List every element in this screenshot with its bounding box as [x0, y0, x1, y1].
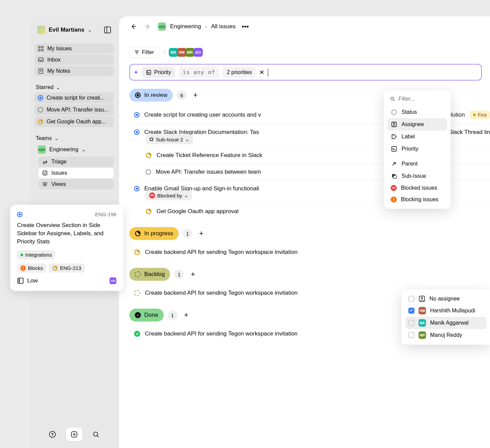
dropdown-item-label[interactable]: Label [387, 131, 447, 143]
status-backlog-icon [135, 271, 141, 277]
checkbox[interactable] [408, 296, 414, 302]
dropdown-item-parent[interactable]: Parent [387, 158, 447, 170]
priority-indicator[interactable]: Low [17, 277, 38, 284]
sidebar-section-starred[interactable]: Starred ⌄ [34, 82, 114, 92]
dropdown-search[interactable] [387, 94, 447, 104]
priority-icon [391, 145, 397, 152]
create-button[interactable] [66, 428, 82, 441]
filter-button[interactable]: Filter [129, 47, 159, 58]
status-progress-icon [38, 119, 43, 124]
add-issue-button[interactable]: + [191, 91, 200, 100]
blocked-by-chip[interactable]: Blocked by ⌄ [146, 191, 192, 200]
sidebar-toggle-icon[interactable] [104, 27, 111, 33]
sidebar-item-issues[interactable]: Issues [38, 168, 114, 178]
priority-low-icon [17, 277, 24, 284]
assignee-avatar[interactable]: AO [110, 277, 116, 284]
filter-value-chip[interactable]: 2 priorities [223, 67, 256, 78]
starred-item[interactable]: Get Google Oauth app... [34, 116, 114, 127]
assignee-name: Manik Aggarwal [430, 320, 469, 326]
dropdown-label: Priority [402, 146, 419, 152]
sidebar-item-triage[interactable]: ⇄ Triage [38, 157, 114, 167]
priority-label: Low [27, 277, 38, 284]
active-filter-bar: ✦ Priority is any of 2 priorities ✕ [129, 64, 482, 81]
dropdown-item-priority[interactable]: Priority [387, 143, 447, 155]
checkbox[interactable] [408, 320, 414, 326]
assignee-option[interactable]: HM Harshith Mullapudi [406, 305, 487, 317]
group-header-inprogress[interactable]: In progress [129, 227, 179, 240]
dropdown-label: Assignee [402, 121, 424, 127]
dropdown-item-subissue[interactable]: Sub-Issue [387, 170, 447, 182]
back-button[interactable] [129, 22, 137, 31]
dropdown-item-blocking[interactable]: ! Blocking issues [387, 194, 447, 205]
section-label: Teams [36, 135, 52, 141]
workspace-logo [37, 26, 45, 34]
add-issue-button[interactable]: + [181, 311, 191, 320]
dropdown-search-input[interactable] [398, 96, 444, 102]
help-button[interactable]: ? [44, 428, 61, 441]
label-pill[interactable]: Integrations [17, 250, 55, 259]
blocks-chip[interactable]: ! Blocks [17, 263, 46, 273]
assignee-icon [391, 121, 397, 128]
inbox-icon [38, 57, 44, 63]
more-menu-button[interactable]: ••• [242, 23, 249, 31]
filter-operator: is any of [183, 69, 215, 75]
subissue-icon [391, 173, 397, 179]
group-count: 1 [174, 270, 184, 279]
filter-value: 2 priorities [227, 69, 252, 75]
avatar: MA [419, 319, 426, 327]
starred-item[interactable]: Move API: Transfer issu... [34, 104, 114, 115]
assignee-name: Harshith Mullapudi [430, 308, 475, 314]
workspace-switcher[interactable]: Evil Martians ⌄ [34, 23, 114, 37]
breadcrumb: </> Engineering › All issues [158, 22, 235, 31]
assignee-option-none[interactable]: No assignee [406, 293, 487, 305]
sidebar-team-engineering[interactable]: </> Engineering ⌄ [34, 143, 114, 156]
assignee-option[interactable]: MR Manoj Reddy [406, 329, 487, 341]
sidebar-section-teams[interactable]: Teams ⌄ [34, 133, 114, 143]
search-button[interactable] [88, 428, 104, 441]
chevron-down-icon: ⌄ [82, 147, 86, 152]
assignee-option[interactable]: MA Manik Aggarwal [406, 317, 487, 329]
breadcrumb-team[interactable]: Engineering [170, 23, 201, 30]
filter-operator-chip[interactable]: is any of [179, 67, 219, 78]
clear-filter-button[interactable]: ✕ [259, 69, 264, 76]
team-name: Engineering [49, 147, 78, 153]
status-review-icon [17, 212, 22, 217]
dropdown-item-status[interactable]: Status [387, 106, 447, 118]
group-header-backlog[interactable]: Backlog [129, 268, 170, 281]
group-header-done[interactable]: ✓ Done [129, 309, 164, 322]
forward-button[interactable] [144, 22, 152, 31]
note-icon [38, 68, 44, 74]
status-review-icon [38, 95, 43, 101]
dropdown-item-blocked[interactable]: Blocked issues [387, 182, 447, 194]
checkbox-checked[interactable] [408, 308, 414, 314]
search-icon [390, 96, 395, 102]
sidebar-nav-inbox[interactable]: Inbox [34, 55, 114, 65]
blocked-icon [149, 192, 155, 199]
sidebar-nav-my-issues[interactable]: My Issues [34, 44, 114, 54]
label-pill[interactable]: Fea [470, 110, 490, 119]
filter-icon [134, 50, 139, 55]
assignee-filter-avatars[interactable]: MA HM MR AO [170, 48, 203, 57]
dropdown-item-assignee[interactable]: Assignee [387, 118, 447, 131]
breadcrumb-view[interactable]: All issues [211, 23, 235, 30]
checkbox[interactable] [408, 332, 414, 338]
status-progress-icon [146, 208, 152, 214]
sidebar-item-views[interactable]: Views [38, 179, 114, 189]
sub-issue-chip[interactable]: Sub-Issue 2 ⌄ [146, 135, 193, 144]
priority-icon [146, 70, 151, 75]
sidebar-nav-my-notes[interactable]: My Notes [34, 66, 114, 76]
filter-property-chip[interactable]: Priority [142, 67, 175, 78]
nav-label: My Notes [47, 68, 70, 74]
label-icon [391, 133, 397, 140]
chevron-down-icon: ⌄ [54, 136, 59, 141]
add-issue-button[interactable]: + [196, 229, 206, 238]
sparkle-icon: ✦ [133, 69, 138, 76]
related-issue-chip[interactable]: ENG-213 [49, 263, 85, 273]
add-issue-button[interactable]: + [188, 270, 198, 279]
issue-row[interactable]: Create backend API for sending Tegon wor… [134, 244, 490, 260]
chevron-down-icon: ⌄ [88, 27, 92, 33]
group-count: 1 [183, 229, 192, 238]
svg-point-39 [393, 135, 393, 136]
group-header-review[interactable]: In review [129, 89, 173, 102]
starred-item[interactable]: Create script for creati... [34, 92, 114, 103]
